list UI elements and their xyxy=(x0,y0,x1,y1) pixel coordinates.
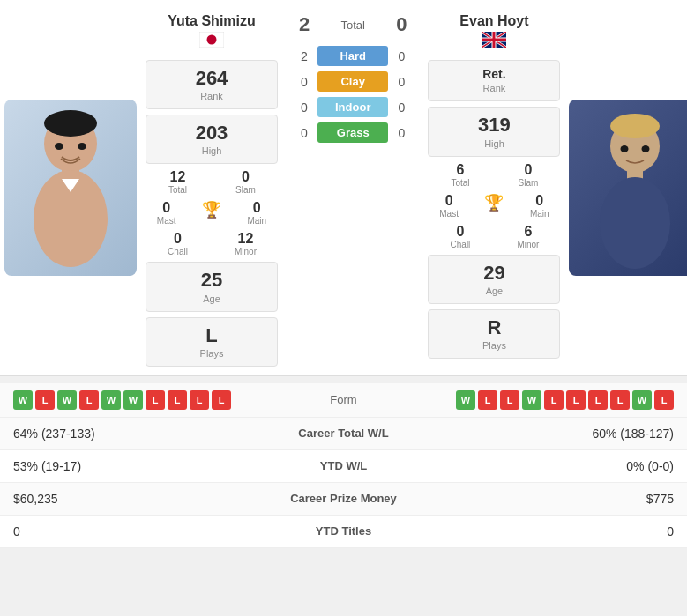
career-wl-row: 64% (237-133) Career Total W/L 60% (188-… xyxy=(0,418,687,450)
prize-row: $60,235 Career Prize Money $775 xyxy=(0,483,687,516)
right-player-photo xyxy=(564,9,687,367)
indoor-surface-row: 0 Indoor 0 xyxy=(291,97,414,117)
left-high-box: 203 High xyxy=(146,115,278,164)
left-rank-value: 264 xyxy=(151,68,273,89)
right-chall-value: 0 xyxy=(428,224,492,240)
left-name-section: Yuta Shimizu xyxy=(146,9,278,60)
right-main-label: Main xyxy=(519,209,560,219)
left-player-flag xyxy=(146,32,278,51)
form-pill: L xyxy=(500,390,519,410)
right-minor-cell: 6 Minor xyxy=(496,224,560,249)
total-score-row: 2 Total 0 xyxy=(291,13,414,36)
right-stats-grid: Ret. Rank 319 High 6 Total 0 Slam xyxy=(428,60,560,367)
left-total-cell: 12 Total xyxy=(146,169,210,195)
titles-label: YTD Titles xyxy=(256,524,432,538)
right-main-cell: 0 Main xyxy=(519,193,560,219)
left-chall-cell: 0 Chall xyxy=(146,231,210,256)
prize-label: Career Prize Money xyxy=(256,492,432,505)
titles-left: 0 xyxy=(13,524,256,538)
indoor-score-left: 0 xyxy=(291,100,317,115)
left-high-label: High xyxy=(151,145,273,156)
left-player-silhouette-svg xyxy=(13,104,128,271)
left-minor-value: 12 xyxy=(213,231,278,247)
form-pill: W xyxy=(632,390,652,410)
grass-badge: Grass xyxy=(317,122,388,143)
hard-surface-row: 2 Hard 0 xyxy=(291,46,414,66)
indoor-score-right: 0 xyxy=(388,100,414,115)
total-score-right: 0 xyxy=(388,13,414,36)
right-total-value: 6 xyxy=(428,162,492,178)
right-high-label: High xyxy=(433,138,555,149)
left-total-slam-row: 12 Total 0 Slam xyxy=(146,169,278,195)
right-mast-value: 0 xyxy=(428,193,469,209)
right-chall-minor-row: 0 Chall 6 Minor xyxy=(428,224,560,249)
left-mast-label: Mast xyxy=(146,216,187,226)
left-main-value: 0 xyxy=(236,200,278,216)
left-form-pills: WLWLWWLLLL xyxy=(13,390,291,410)
middle-scores: 2 Total 0 2 Hard 0 0 Clay 0 0 Indoor 0 0 xyxy=(282,9,423,367)
form-pill: L xyxy=(544,390,564,410)
left-chall-minor-row: 0 Chall 12 Minor xyxy=(146,231,278,256)
left-slam-label: Slam xyxy=(213,185,278,195)
left-main-label: Main xyxy=(236,216,278,226)
grass-score-left: 0 xyxy=(291,126,317,140)
left-rank-box: 264 Rank xyxy=(146,60,278,109)
left-trophy-icon: 🏆 xyxy=(190,200,232,219)
form-pill: W xyxy=(13,390,33,410)
left-chall-value: 0 xyxy=(146,231,210,247)
right-main-value: 0 xyxy=(519,193,560,209)
prize-left: $60,235 xyxy=(13,492,256,506)
form-pill: L xyxy=(79,390,99,410)
form-pill: W xyxy=(101,390,121,410)
svg-point-6 xyxy=(78,143,86,150)
right-total-cell: 6 Total xyxy=(428,162,492,188)
right-form-pills: WLLWLLLLWL xyxy=(397,390,675,410)
form-row: WLWLWWLLLL Form WLLWLLLLWL xyxy=(0,383,687,418)
left-chall-label: Chall xyxy=(146,247,210,256)
left-player-photo xyxy=(0,9,141,367)
form-pill: L xyxy=(35,390,55,410)
right-high-value: 319 xyxy=(433,115,555,136)
form-label: Form xyxy=(291,393,397,406)
left-mast-value: 0 xyxy=(146,200,187,216)
form-pill: W xyxy=(57,390,77,410)
form-pill: L xyxy=(654,390,674,410)
ytd-wl-left: 53% (19-17) xyxy=(13,459,256,473)
left-player-name: Yuta Shimizu xyxy=(146,13,278,29)
hard-score-right: 0 xyxy=(388,49,414,63)
japan-flag-icon xyxy=(199,32,224,48)
prize-right: $775 xyxy=(432,492,675,506)
right-minor-label: Minor xyxy=(496,240,560,249)
left-minor-cell: 12 Minor xyxy=(213,231,278,256)
right-mast-cell: 0 Mast xyxy=(428,193,469,219)
svg-point-1 xyxy=(44,110,97,137)
right-plays-label: Plays xyxy=(433,340,555,351)
form-pill: W xyxy=(123,390,143,410)
grass-score-right: 0 xyxy=(388,126,414,140)
left-plays-box: L Plays xyxy=(146,317,278,367)
left-total-label: Total xyxy=(146,185,210,195)
ytd-wl-row: 53% (19-17) YTD W/L 0% (0-0) xyxy=(0,450,687,483)
left-main-cell: 0 Main xyxy=(236,200,278,226)
clay-score-left: 0 xyxy=(291,75,317,89)
left-mast-cell: 0 Mast xyxy=(146,200,187,226)
svg-point-22 xyxy=(621,145,629,152)
left-mast-main-row: 0 Mast 🏆 0 Main xyxy=(146,200,278,226)
player-comparison: Yuta Shimizu 264 Rank 203 High xyxy=(0,0,687,376)
right-plays-value: R xyxy=(433,317,555,338)
clay-badge: Clay xyxy=(317,71,388,92)
form-pill: L xyxy=(478,390,497,410)
form-pill: L xyxy=(146,390,165,410)
grass-surface-row: 0 Grass 0 xyxy=(291,122,414,143)
right-rank-value: Ret. xyxy=(433,68,555,81)
bottom-stats: WLWLWWLLLL Form WLLWLLLLWL 64% (237-133)… xyxy=(0,383,687,548)
right-high-box: 319 High xyxy=(428,107,560,156)
left-player-stats: Yuta Shimizu 264 Rank 203 High xyxy=(141,9,282,367)
right-mast-label: Mast xyxy=(428,209,469,219)
left-age-box: 25 Age xyxy=(146,262,278,311)
left-stats-grid: 264 Rank 203 High 12 Total 0 Slam xyxy=(146,60,278,367)
left-minor-label: Minor xyxy=(213,247,278,256)
svg-point-21 xyxy=(600,177,670,269)
left-high-value: 203 xyxy=(151,122,273,144)
left-plays-value: L xyxy=(151,325,273,346)
